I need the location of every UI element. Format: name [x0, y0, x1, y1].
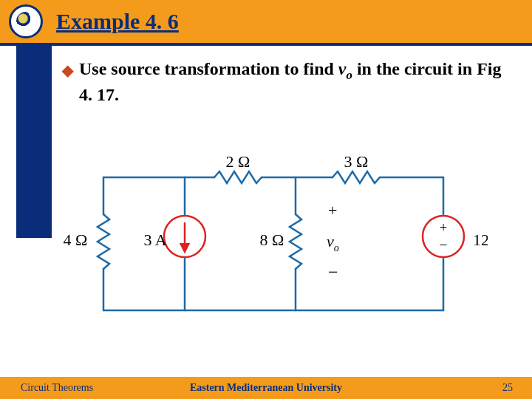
page-number: 25	[502, 382, 513, 394]
header-bar: Example 4. 6	[0, 0, 532, 43]
r-top2-label: 3 Ω	[344, 152, 369, 171]
vsrc-label: 12 V	[473, 231, 488, 249]
bullet-item: ◆ Use source transformation to find vo i…	[62, 58, 510, 106]
header-underline	[0, 43, 532, 46]
diamond-bullet-icon: ◆	[62, 61, 73, 80]
vo-plus: +	[328, 201, 337, 219]
footer-left: Circuit Theorems	[21, 382, 93, 394]
bullet-var: v	[338, 59, 347, 78]
r-top1-label: 2 Ω	[226, 152, 250, 171]
university-logo	[9, 4, 43, 38]
circuit-diagram: + − 4 Ω 3 A 2 Ω 8 Ω 3 Ω 12 V + vo −	[44, 148, 488, 340]
r-mid-label: 8 Ω	[260, 231, 284, 249]
footer-bar: Circuit Theorems Eastern Mediterranean U…	[0, 377, 532, 399]
vsrc-minus: −	[439, 236, 447, 253]
bullet-var-sub: o	[347, 68, 352, 82]
vsrc-plus: +	[440, 220, 447, 235]
bullet-text: Use source transformation to find vo in …	[79, 58, 510, 106]
slide-title: Example 4. 6	[56, 9, 179, 34]
bullet-prefix: Use source transformation to find	[79, 59, 338, 78]
content-area: ◆ Use source transformation to find vo i…	[62, 58, 510, 106]
vo-label: vo	[327, 232, 339, 253]
r-left-label: 4 Ω	[64, 231, 88, 249]
vo-minus: −	[328, 262, 338, 282]
isrc-label: 3 A	[143, 231, 166, 249]
